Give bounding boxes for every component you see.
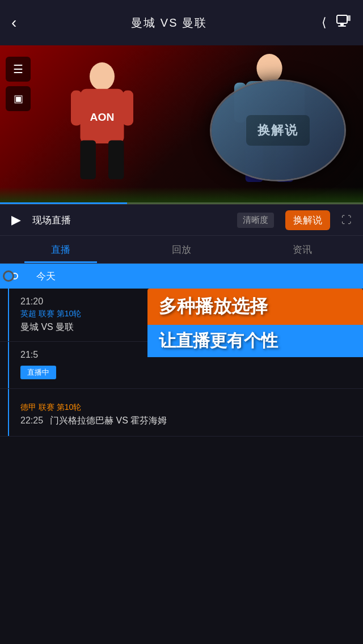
tab-replay[interactable]: 回放 [121, 236, 242, 263]
share-icon[interactable]: ⟨ [322, 15, 327, 30]
schedule-section: 今天 21:20 英超 联赛 第10轮 曼城 VS 曼联 21:5 直播中 [0, 264, 363, 644]
svg-text:AON: AON [90, 111, 115, 123]
video-progress-bar[interactable] [0, 202, 363, 204]
today-label: 今天 [36, 270, 56, 283]
live-label: 现场直播 [32, 214, 226, 227]
playlist-button[interactable]: ☰ [6, 57, 31, 82]
timeline-container: 21:20 英超 联赛 第10轮 曼城 VS 曼联 21:5 直播中 多种播放选… [0, 289, 363, 437]
playlist-icon: ☰ [13, 62, 23, 76]
svg-rect-0 [337, 15, 347, 23]
live-badge: 直播中 [20, 366, 56, 379]
promo-top-text: 多种播放选择 [159, 296, 268, 316]
match-row: 22:25 门兴格拉德巴赫 VS 霍芬海姆 [20, 415, 352, 428]
promo-bottom-text: 让直播更有个性 [159, 331, 278, 350]
video-overlay-left: ☰ ▣ [6, 57, 31, 111]
video-player[interactable]: AON [0, 45, 363, 204]
svg-rect-9 [71, 91, 82, 126]
svg-rect-3 [348, 15, 351, 21]
controls-bar: ▶ 现场直播 清晰度 换解说 ⛶ [0, 204, 363, 235]
match-league-bundesliga: 德甲 联赛 第10轮 [20, 402, 352, 413]
promo-bottom: 让直播更有个性 [147, 325, 363, 357]
magnifier-popup[interactable]: 换解说 ↗ [210, 79, 346, 181]
svg-rect-1 [340, 23, 344, 26]
schedule-list: 21:20 英超 联赛 第10轮 曼城 VS 曼联 21:5 直播中 多种播放选… [0, 289, 363, 437]
match-item-3[interactable]: 德甲 联赛 第10轮 22:25 门兴格拉德巴赫 VS 霍芬海姆 [0, 395, 363, 437]
quality-button[interactable]: 清晰度 [237, 213, 274, 228]
corner-arrow-icon: ↗ [326, 158, 336, 171]
comment-button[interactable]: ▣ [6, 86, 31, 111]
page-title: 曼城 VS 曼联 [131, 15, 207, 31]
svg-rect-2 [338, 26, 346, 27]
svg-point-4 [90, 62, 115, 91]
magnifier-inner: 换解说 ↗ [212, 81, 344, 180]
magnifier-bg [212, 81, 344, 180]
fullscreen-button[interactable]: ⛶ [341, 214, 352, 226]
match-time-3: 22:25 [20, 416, 43, 426]
player-red: AON [57, 62, 147, 187]
app-container: ‹ 曼城 VS 曼联 ⟨ [0, 0, 363, 644]
svg-rect-10 [123, 91, 133, 126]
header-icons: ⟨ [322, 14, 352, 31]
tabs-bar: 直播 回放 资讯 [0, 235, 363, 264]
main-content: AON [0, 45, 363, 644]
svg-point-11 [256, 54, 282, 83]
timeline-dot [11, 273, 18, 279]
play-button[interactable]: ▶ [11, 213, 21, 227]
video-progress-fill [0, 202, 127, 204]
today-header: 今天 [0, 264, 363, 289]
promo-overlay: 多种播放选择 让直播更有个性 [147, 289, 363, 357]
change-commentary-button[interactable]: 换解说 [285, 210, 330, 230]
promo-top: 多种播放选择 [147, 289, 363, 325]
cast-icon[interactable] [336, 14, 352, 31]
comment-icon: ▣ [14, 92, 23, 105]
tab-live[interactable]: 直播 [0, 236, 121, 263]
svg-rect-7 [81, 141, 96, 180]
match-teams-3: 门兴格拉德巴赫 VS 霍芬海姆 [50, 415, 167, 427]
back-button[interactable]: ‹ [11, 14, 16, 32]
ground [0, 187, 363, 204]
svg-rect-8 [108, 141, 124, 180]
header: ‹ 曼城 VS 曼联 ⟨ [0, 0, 363, 45]
tab-news[interactable]: 资讯 [242, 236, 363, 263]
